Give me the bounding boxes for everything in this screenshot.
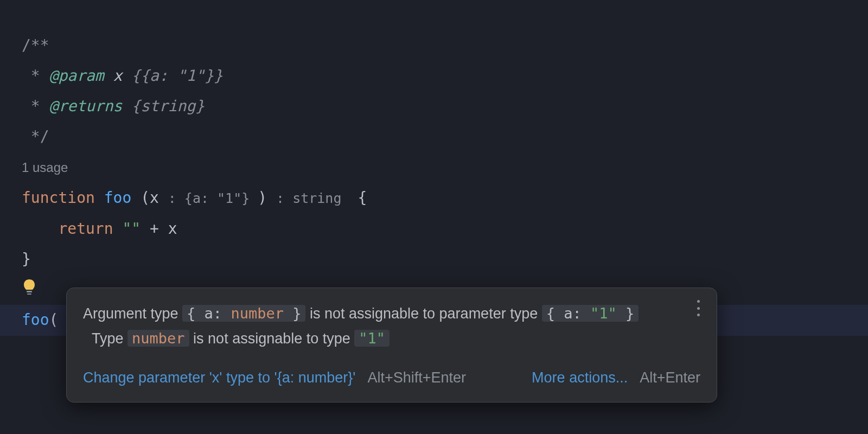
return-type-inlay: : string [276,190,358,206]
svg-rect-0 [27,291,32,292]
keyword-return: return [58,220,113,238]
code-chip: number [127,330,189,347]
jsdoc-open: /** [22,36,49,54]
jsdoc-close: */ [22,127,49,145]
jsdoc-param-name: x [104,67,132,85]
jsdoc-tag-param: @param [49,67,104,85]
string-literal: "" [122,220,141,238]
more-icon[interactable] [692,300,705,316]
quickfix-more-actions[interactable]: More actions... [532,365,628,390]
function-name: foo [95,189,141,207]
error-message-line-2: Type number is not assignable to type "1… [83,326,700,351]
shortcut-hint: Alt+Enter [640,365,700,390]
jsdoc-param-type: {{a: "1"}} [131,67,223,85]
paren-close: ) [258,189,276,207]
code-chip: "1" [354,330,390,347]
keyword-function: function [22,189,95,207]
brace-close: } [22,250,31,268]
indent [22,220,58,238]
error-tooltip: Argument type { a: number } is not assig… [66,288,717,403]
code-chip: { a: number } [182,305,305,322]
code-chip: { a: "1" } [542,305,639,322]
jsdoc-star: * [22,97,49,115]
lightbulb-icon[interactable] [22,279,37,298]
call-fn: foo [22,311,49,329]
svg-rect-1 [27,293,31,295]
concat-x: + x [141,220,177,238]
error-message-line-1: Argument type { a: number } is not assig… [83,301,700,326]
jsdoc-tag-returns: @returns [49,97,123,115]
usage-inlay-hint[interactable]: 1 usage [22,160,68,175]
shortcut-hint: Alt+Shift+Enter [367,365,466,390]
quickfix-change-type[interactable]: Change parameter 'x' type to '{a: number… [83,365,355,390]
jsdoc-star: * [22,67,49,85]
jsdoc-returns-type: {string} [122,97,205,115]
brace-open: { [358,189,367,207]
signature-open: (x [141,189,168,207]
param-type-inlay: : {a: "1"} [168,190,258,206]
quickfix-actions: Change parameter 'x' type to '{a: number… [83,365,700,390]
